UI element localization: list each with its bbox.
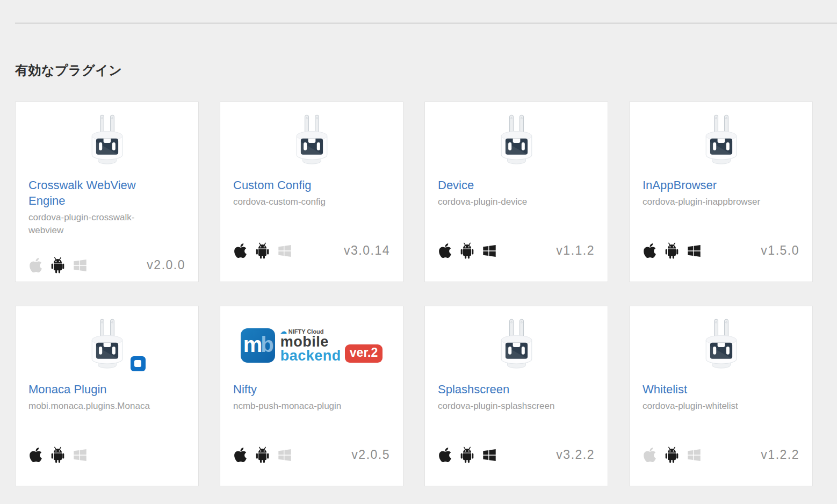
plugin-card-whitelist: Whitelist cordova-plugin-whitelist v1.2.… xyxy=(629,306,813,486)
plugin-name-link[interactable]: Device xyxy=(438,177,579,193)
monaca-badge-icon xyxy=(129,355,147,373)
windows-icon xyxy=(687,448,701,462)
plugin-name-link[interactable]: Monaca Plugin xyxy=(28,381,169,397)
android-icon xyxy=(50,257,66,273)
plugin-card-inappbrowser: InAppBrowser cordova-plugin-inappbrowser… xyxy=(629,102,813,282)
android-icon xyxy=(664,242,680,259)
android-icon xyxy=(664,447,680,463)
plug-icon xyxy=(643,313,799,378)
windows-icon xyxy=(73,448,87,462)
ncmb-version-badge: ver.2 xyxy=(345,344,383,363)
apple-icon xyxy=(29,447,42,463)
plug-with-badge-icon xyxy=(28,313,185,378)
plugin-name-link[interactable]: Crosswalk WebView Engine xyxy=(28,177,169,208)
apple-icon xyxy=(643,242,656,259)
plug-icon xyxy=(28,109,185,174)
ncmb-mb-tile: mb xyxy=(241,328,275,363)
plugin-package-name: cordova-plugin-crosswalk-webview xyxy=(28,211,169,237)
plugin-version: v1.2.2 xyxy=(761,448,799,462)
plugin-version: v3.0.14 xyxy=(344,243,390,258)
plugin-name-link[interactable]: Nifty xyxy=(233,381,374,397)
plugin-card-splashscreen: Splashscreen cordova-plugin-splashscreen… xyxy=(424,306,608,486)
plugin-grid: Crosswalk WebView Engine cordova-plugin-… xyxy=(15,102,813,486)
android-icon xyxy=(255,242,270,259)
plugin-card-footer xyxy=(29,447,185,463)
plugin-version: v1.5.0 xyxy=(761,243,799,258)
apple-icon xyxy=(643,447,656,463)
plug-icon xyxy=(233,109,390,174)
plugin-card-footer: v1.2.2 xyxy=(643,447,799,463)
plug-icon xyxy=(438,313,595,378)
plugin-card-footer: v3.2.2 xyxy=(438,447,595,463)
plugin-version: v2.0.0 xyxy=(147,258,185,272)
android-icon xyxy=(459,242,475,259)
ncmb-logo: mb ☁NIFTY Cloud mobile backend ver.2 xyxy=(233,313,390,378)
plugin-card-footer: v2.0.5 xyxy=(234,447,390,463)
plugin-package-name: cordova-plugin-whitelist xyxy=(643,400,783,413)
plugin-version: v3.2.2 xyxy=(556,448,595,462)
windows-icon xyxy=(73,258,87,272)
plugin-name-link[interactable]: Splashscreen xyxy=(438,381,579,397)
plugin-card-nifty: mb ☁NIFTY Cloud mobile backend ver.2 Nif… xyxy=(220,306,403,486)
plugin-card-custom-config: Custom Config cordova-custom-config v3.0… xyxy=(220,102,403,282)
plugin-package-name: mobi.monaca.plugins.Monaca xyxy=(28,400,169,413)
plugin-card-footer: v2.0.0 xyxy=(29,257,185,273)
android-icon xyxy=(459,447,475,463)
ncmb-word-mobile: mobile xyxy=(280,335,341,349)
plugin-card-crosswalk: Crosswalk WebView Engine cordova-plugin-… xyxy=(15,102,199,282)
android-icon xyxy=(255,447,270,463)
apple-icon xyxy=(438,242,452,259)
apple-icon xyxy=(438,447,452,463)
apple-icon xyxy=(234,447,247,463)
plugin-card-footer: v1.5.0 xyxy=(643,242,799,259)
windows-icon xyxy=(687,244,701,258)
windows-icon xyxy=(482,448,496,462)
plugin-version: v1.1.2 xyxy=(556,243,595,258)
plugin-package-name: cordova-plugin-splashscreen xyxy=(438,400,579,413)
windows-icon xyxy=(482,244,496,258)
plugin-name-link[interactable]: Whitelist xyxy=(643,381,783,397)
page-title: 有効なプラグイン xyxy=(15,62,122,79)
apple-icon xyxy=(234,242,247,259)
plugin-package-name: ncmb-push-monaca-plugin xyxy=(233,400,374,413)
plugin-package-name: cordova-custom-config xyxy=(233,196,374,208)
plugin-name-link[interactable]: Custom Config xyxy=(233,177,374,193)
plug-icon xyxy=(438,109,595,174)
plugin-card-device: Device cordova-plugin-device v1.1.2 xyxy=(424,102,608,282)
plugin-package-name: cordova-plugin-device xyxy=(438,196,579,208)
plug-icon xyxy=(643,109,799,174)
windows-icon xyxy=(278,244,292,258)
ncmb-word-backend: backend xyxy=(280,349,341,363)
plugin-name-link[interactable]: InAppBrowser xyxy=(643,177,783,193)
section-divider xyxy=(15,23,837,24)
plugin-card-footer: v3.0.14 xyxy=(234,242,390,259)
plugin-package-name: cordova-plugin-inappbrowser xyxy=(643,196,783,208)
apple-icon xyxy=(29,257,42,273)
windows-icon xyxy=(278,448,292,462)
plugin-card-footer: v1.1.2 xyxy=(438,242,595,259)
android-icon xyxy=(50,447,66,463)
plugin-card-monaca: Monaca Plugin mobi.monaca.plugins.Monaca xyxy=(15,306,199,486)
plugin-version: v2.0.5 xyxy=(351,448,390,462)
